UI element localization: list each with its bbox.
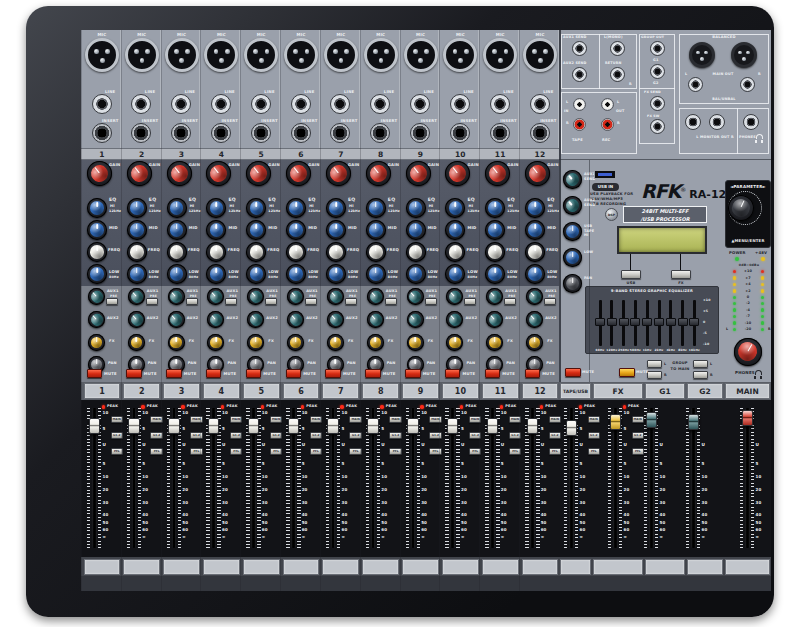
geq-slider-16kHz[interactable]	[689, 318, 699, 326]
mute-button[interactable]	[525, 369, 541, 378]
fx-master-pfl-button[interactable]: PFL	[632, 448, 645, 455]
fx-knob[interactable]	[287, 334, 304, 351]
fx-master-main-button[interactable]: MAIN	[632, 416, 645, 423]
geq-slider-250Hz[interactable]	[619, 318, 629, 326]
fx-knob[interactable]	[88, 334, 105, 351]
fx-knob[interactable]	[327, 334, 344, 351]
geq-slider-4kHz[interactable]	[666, 318, 676, 326]
phones-level-knob[interactable]	[734, 338, 762, 366]
pre-button[interactable]	[305, 298, 317, 305]
group-to-main-g2-l-button[interactable]	[693, 360, 708, 368]
channel-1-fader-knob[interactable]	[89, 418, 101, 434]
eq-mid-knob[interactable]	[326, 220, 346, 240]
eq-hi-knob[interactable]	[127, 198, 147, 218]
eq-mid-knob[interactable]	[485, 220, 505, 240]
aux1-knob[interactable]	[88, 288, 105, 305]
eq-low-knob[interactable]	[246, 264, 266, 284]
channel-11-fader-knob[interactable]	[487, 418, 499, 434]
fx-knob[interactable]	[407, 334, 424, 351]
fx-knob[interactable]	[168, 334, 185, 351]
mute-button[interactable]	[126, 369, 142, 378]
tape-strip-knob-2[interactable]	[563, 222, 582, 241]
aux1-knob[interactable]	[486, 288, 503, 305]
eq-freq-knob[interactable]	[127, 242, 147, 262]
eq-low-knob[interactable]	[366, 264, 386, 284]
eq-freq-knob[interactable]	[87, 242, 107, 262]
aux1-knob[interactable]	[327, 288, 344, 305]
eq-low-knob[interactable]	[87, 264, 107, 284]
eq-mid-knob[interactable]	[87, 220, 107, 240]
aux1-knob[interactable]	[128, 288, 145, 305]
aux1-knob[interactable]	[287, 288, 304, 305]
tape-usb-group-button[interactable]: G1-2	[588, 432, 601, 439]
aux1-knob[interactable]	[407, 288, 424, 305]
aux2-knob[interactable]	[287, 311, 304, 328]
aux1-knob[interactable]	[207, 288, 224, 305]
channel-8-fader-knob[interactable]	[367, 418, 379, 434]
channel-12-fader-knob[interactable]	[527, 418, 539, 434]
channel-3-fader-knob[interactable]	[168, 418, 180, 434]
eq-hi-knob[interactable]	[326, 198, 346, 218]
eq-hi-knob[interactable]	[406, 198, 426, 218]
fx-knob[interactable]	[486, 334, 503, 351]
group1-fader-knob[interactable]	[646, 412, 658, 428]
eq-mid-knob[interactable]	[206, 220, 226, 240]
channel-7-fader-knob[interactable]	[327, 418, 339, 434]
fx-knob[interactable]	[247, 334, 264, 351]
eq-freq-knob[interactable]	[326, 242, 346, 262]
mute-button[interactable]	[365, 369, 381, 378]
mute-button[interactable]	[325, 369, 341, 378]
aux2-knob[interactable]	[247, 311, 264, 328]
aux2-knob[interactable]	[168, 311, 185, 328]
eq-low-knob[interactable]	[326, 264, 346, 284]
eq-hi-knob[interactable]	[206, 198, 226, 218]
group1-track[interactable]	[649, 408, 654, 548]
aux1-knob[interactable]	[446, 288, 463, 305]
fx-mute-button[interactable]	[619, 368, 635, 377]
geq-slider-2kHz[interactable]	[654, 318, 664, 326]
pre-button[interactable]	[504, 298, 516, 305]
eq-low-knob[interactable]	[167, 264, 187, 284]
mute-button[interactable]	[206, 369, 222, 378]
fx-mode-button[interactable]	[671, 270, 691, 279]
eq-low-knob[interactable]	[406, 264, 426, 284]
eq-mid-knob[interactable]	[246, 220, 266, 240]
aux2-knob[interactable]	[88, 311, 105, 328]
mute-button[interactable]	[445, 369, 461, 378]
aux2-knob[interactable]	[207, 311, 224, 328]
geq-slider-500Hz[interactable]	[630, 318, 640, 326]
usb-mode-button[interactable]	[621, 270, 641, 279]
mute-button[interactable]	[166, 369, 182, 378]
usb-port[interactable]	[594, 170, 616, 179]
eq-low-knob[interactable]	[485, 264, 505, 284]
eq-mid-knob[interactable]	[406, 220, 426, 240]
parameter-knob[interactable]	[728, 195, 754, 221]
eq-hi-knob[interactable]	[366, 198, 386, 218]
fx-knob[interactable]	[128, 334, 145, 351]
channel-10-fader-knob[interactable]	[447, 418, 459, 434]
geq-slider-60Hz[interactable]	[595, 318, 605, 326]
channel-12-group-button[interactable]: G1-2	[549, 432, 562, 439]
eq-freq-knob[interactable]	[246, 242, 266, 262]
pre-button[interactable]	[345, 298, 357, 305]
eq-mid-knob[interactable]	[525, 220, 545, 240]
mute-button[interactable]	[246, 369, 262, 378]
eq-low-knob[interactable]	[127, 264, 147, 284]
pre-button[interactable]	[225, 298, 237, 305]
tape-strip-knob-4[interactable]	[563, 274, 582, 293]
channel-6-fader-knob[interactable]	[288, 418, 300, 434]
eq-hi-knob[interactable]	[167, 198, 187, 218]
pre-button[interactable]	[146, 298, 158, 305]
eq-freq-knob[interactable]	[167, 242, 187, 262]
pre-button[interactable]	[425, 298, 437, 305]
group-to-main-g1-l-button[interactable]	[647, 360, 662, 368]
eq-mid-knob[interactable]	[366, 220, 386, 240]
mute-button[interactable]	[485, 369, 501, 378]
eq-freq-knob[interactable]	[406, 242, 426, 262]
main-master-track[interactable]	[745, 408, 750, 548]
eq-hi-knob[interactable]	[485, 198, 505, 218]
tape-usb-pfl-button[interactable]: PFL	[588, 448, 601, 455]
fx-knob[interactable]	[446, 334, 463, 351]
aux2-knob[interactable]	[327, 311, 344, 328]
tape-strip-knob-3[interactable]	[563, 248, 582, 267]
